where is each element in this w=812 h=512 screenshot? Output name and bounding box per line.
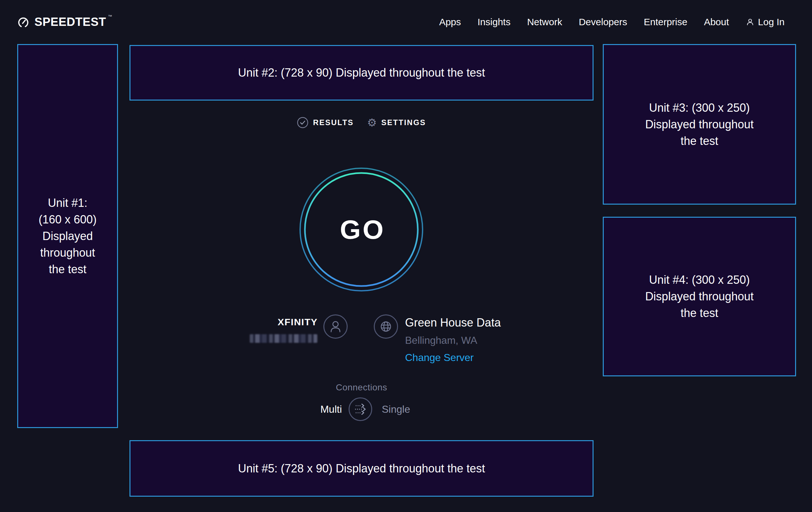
ad-unit-2-leaderboard[interactable]: Unit #2: (728 x 90) Displayed throughout… — [129, 45, 593, 101]
ad-unit-5-leaderboard[interactable]: Unit #5: (728 x 90) Displayed throughout… — [129, 440, 593, 497]
connections-label: Connections — [129, 382, 593, 393]
tab-settings-label: SETTINGS — [381, 118, 426, 127]
top-nav-bar: SPEEDTEST ™ Apps Insights Network Develo… — [0, 0, 812, 44]
connections-toggle[interactable] — [349, 397, 372, 421]
ad-unit-1-text: Unit #1: (160 x 600) Displayed throughou… — [36, 195, 99, 278]
connections-multi-option[interactable]: Multi — [287, 403, 342, 415]
change-server-link[interactable]: Change Server — [405, 352, 474, 363]
connections-single-option[interactable]: Single — [382, 403, 410, 415]
go-button-label: GO — [299, 167, 424, 292]
ad-unit-3-rectangle[interactable]: Unit #3: (300 x 250) Displayed throughou… — [603, 44, 796, 205]
nav-item-apps[interactable]: Apps — [439, 17, 461, 27]
ad-unit-4-rectangle[interactable]: Unit #4: (300 x 250) Displayed throughou… — [603, 217, 796, 376]
nav-item-developers[interactable]: Developers — [579, 17, 627, 27]
speedtest-page: SPEEDTEST ™ Apps Insights Network Develo… — [0, 0, 812, 512]
settings-gear-icon: ⚙ — [367, 117, 377, 128]
tab-results[interactable]: RESULTS — [297, 117, 354, 128]
tab-settings[interactable]: ⚙ SETTINGS — [367, 117, 426, 128]
nav-item-about[interactable]: About — [704, 17, 729, 27]
login-label: Log In — [758, 17, 785, 27]
ad-unit-4-text: Unit #4: (300 x 250) Displayed throughou… — [637, 272, 762, 321]
ad-unit-2-text: Unit #2: (728 x 90) Displayed throughout… — [238, 64, 485, 81]
multi-arrows-icon — [350, 397, 371, 421]
isp-person-icon — [323, 315, 348, 339]
login-person-icon — [746, 18, 755, 26]
speedtest-gauge-icon — [17, 16, 29, 28]
results-check-icon — [297, 117, 309, 128]
ad-unit-3-text: Unit #3: (300 x 250) Displayed throughou… — [637, 100, 762, 150]
logo-trademark: ™ — [108, 14, 112, 19]
ad-unit-5-text: Unit #5: (728 x 90) Displayed throughout… — [238, 460, 485, 477]
nav-item-insights[interactable]: Insights — [477, 17, 510, 27]
nav-item-enterprise[interactable]: Enterprise — [644, 17, 687, 27]
redacted-ip-blur — [250, 334, 317, 343]
login-link[interactable]: Log In — [746, 17, 785, 27]
isp-name: XFINITY — [249, 317, 318, 327]
main-nav: Apps Insights Network Developers Enterpr… — [439, 0, 785, 44]
tab-results-label: RESULTS — [313, 118, 354, 127]
go-button[interactable]: GO — [299, 167, 424, 292]
nav-item-network[interactable]: Network — [527, 17, 562, 27]
server-location: Bellingham, WA — [405, 334, 477, 346]
logo-wordmark: SPEEDTEST — [34, 15, 106, 29]
results-settings-tabs: RESULTS ⚙ SETTINGS — [129, 117, 593, 128]
server-globe-icon — [374, 315, 398, 339]
ad-unit-1-skyscraper[interactable]: Unit #1: (160 x 600) Displayed throughou… — [17, 44, 118, 428]
server-name: Green House Data — [405, 316, 501, 329]
speedtest-logo[interactable]: SPEEDTEST ™ — [17, 0, 112, 44]
